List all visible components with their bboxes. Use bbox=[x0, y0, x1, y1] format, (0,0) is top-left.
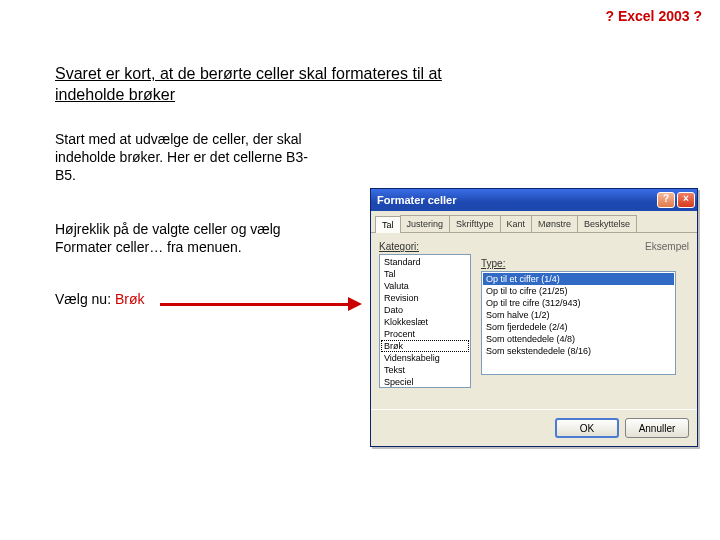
list-item[interactable]: Som ottendedele (4/8) bbox=[483, 333, 674, 345]
list-item[interactable]: Procent bbox=[381, 328, 469, 340]
cancel-button[interactable]: Annuller bbox=[625, 418, 689, 438]
category-label: Kategori: bbox=[379, 241, 471, 252]
tab-strip: Tal Justering Skrifttype Kant Mønstre Be… bbox=[371, 211, 697, 233]
close-button[interactable]: × bbox=[677, 192, 695, 208]
list-item[interactable]: Standard bbox=[381, 256, 469, 268]
list-item[interactable]: Som fjerdedele (2/4) bbox=[483, 321, 674, 333]
list-item[interactable]: Tal bbox=[381, 268, 469, 280]
list-item[interactable]: Videnskabelig bbox=[381, 352, 469, 364]
type-label: Type: bbox=[481, 258, 689, 269]
paragraph-1: Start med at udvælge de celler, der skal… bbox=[55, 130, 325, 185]
headline: Svaret er kort, at de berørte celler ska… bbox=[55, 64, 495, 106]
format-cells-dialog: Formater celler ? × Tal Justering Skrift… bbox=[370, 188, 698, 447]
tab-kant[interactable]: Kant bbox=[500, 215, 533, 232]
type-listbox[interactable]: Op til et ciffer (1/4) Op til to cifre (… bbox=[481, 271, 676, 375]
dialog-footer: OK Annuller bbox=[371, 409, 697, 446]
list-item[interactable]: Som sekstendedele (8/16) bbox=[483, 345, 674, 357]
list-item[interactable]: Op til tre cifre (312/943) bbox=[483, 297, 674, 309]
titlebar[interactable]: Formater celler ? × bbox=[371, 189, 697, 211]
list-item[interactable]: Dato bbox=[381, 304, 469, 316]
arrow-line bbox=[160, 303, 350, 306]
tab-justering[interactable]: Justering bbox=[400, 215, 451, 232]
keyword-broek: Brøk bbox=[115, 291, 145, 307]
paragraph-2: Højreklik på de valgte celler og vælg Fo… bbox=[55, 220, 325, 256]
tab-moenstre[interactable]: Mønstre bbox=[531, 215, 578, 232]
category-listbox[interactable]: Standard Tal Valuta Revision Dato Klokke… bbox=[379, 254, 471, 388]
list-item[interactable]: Speciel bbox=[381, 376, 469, 388]
list-item[interactable]: Klokkeslæt bbox=[381, 316, 469, 328]
sample-label: Eksempel bbox=[481, 241, 689, 252]
tab-tal[interactable]: Tal bbox=[375, 216, 401, 233]
list-item[interactable]: Revision bbox=[381, 292, 469, 304]
dialog-title: Formater celler bbox=[377, 194, 657, 206]
list-item[interactable]: Op til to cifre (21/25) bbox=[483, 285, 674, 297]
list-item-selected[interactable]: Op til et ciffer (1/4) bbox=[483, 273, 674, 285]
tab-panel-tal: Kategori: Standard Tal Valuta Revision D… bbox=[371, 233, 697, 409]
tab-beskyttelse[interactable]: Beskyttelse bbox=[577, 215, 637, 232]
arrow-head-icon bbox=[348, 297, 362, 311]
list-item[interactable]: Valuta bbox=[381, 280, 469, 292]
tab-skrifttype[interactable]: Skrifttype bbox=[449, 215, 501, 232]
help-button[interactable]: ? bbox=[657, 192, 675, 208]
list-item[interactable]: Som halve (1/2) bbox=[483, 309, 674, 321]
ok-button[interactable]: OK bbox=[555, 418, 619, 438]
arrow-annotation bbox=[160, 295, 370, 315]
list-item-selected[interactable]: Brøk bbox=[381, 340, 469, 352]
list-item[interactable]: Tekst bbox=[381, 364, 469, 376]
page-header: ? Excel 2003 ? bbox=[605, 8, 702, 24]
paragraph-3-prefix: Vælg nu: bbox=[55, 291, 115, 307]
